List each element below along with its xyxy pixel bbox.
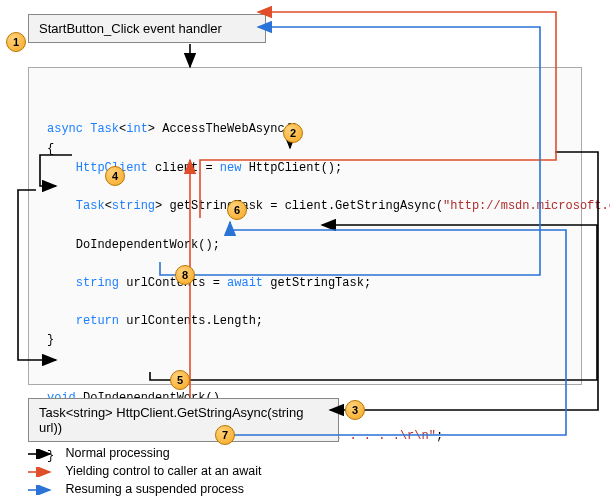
legend-yield: Yielding control to caller at an await [28,464,261,478]
header-title: StartButton_Click event handler [39,21,222,36]
footer-text: Task<string> HttpClient.GetStringAsync(s… [39,405,303,435]
badge-4: 4 [105,166,125,186]
legend-normal: Normal processing [28,446,170,460]
badge-5: 5 [170,370,190,390]
footer-box: Task<string> HttpClient.GetStringAsync(s… [28,398,339,442]
legend-resume: Resuming a suspended process [28,482,244,496]
header-box: StartButton_Click event handler [28,14,266,43]
badge-7: 7 [215,425,235,445]
badge-6: 6 [227,200,247,220]
code-box: async Task<int> AccessTheWebAsync() { Ht… [28,67,582,385]
badge-3: 3 [345,400,365,420]
badge-1: 1 [6,32,26,52]
badge-2: 2 [283,123,303,143]
badge-8: 8 [175,265,195,285]
